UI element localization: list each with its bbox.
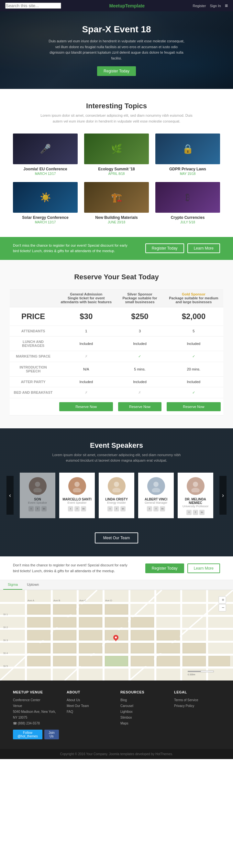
svg-text:Ave D: Ave D [105, 599, 112, 602]
pricing-row-speech: INTRODUCTION SPEECH N/A 5 mins. 20 mins. [10, 362, 223, 376]
bnb-general: ✗ [57, 387, 116, 398]
speaker-social-3: t f in [141, 506, 171, 512]
pricing-row-bnb: BED AND BREAKFAST ✗ ✗ ✓ [10, 387, 223, 398]
speaker-social-2: t f in [102, 506, 131, 512]
hero-cta-button[interactable]: Register Today [97, 66, 136, 76]
search-input[interactable] [5, 3, 61, 9]
twitter-icon-3[interactable]: t [147, 506, 152, 512]
svg-text:−: − [222, 605, 224, 610]
price-general: $30 [57, 307, 116, 326]
facebook-icon-4[interactable]: f [193, 510, 198, 515]
topic-card-1[interactable]: 🌿 Ecology Summit '18 APRIL 8/18 [84, 133, 149, 176]
twitter-icon-2[interactable]: t [108, 506, 113, 512]
svg-rect-46 [28, 630, 50, 640]
facebook-icon-0[interactable]: f [35, 506, 40, 512]
speaker-social-1: t f in [62, 506, 92, 512]
party-general: Included [57, 376, 116, 387]
cta-learn-button[interactable]: Learn More [187, 243, 220, 253]
label-marketing: MARKETING SPACE [10, 351, 57, 362]
topic-date-0: MARCH 12/17 [13, 172, 78, 176]
linkedin-icon-1[interactable]: in [81, 506, 86, 512]
lunch-silver: Included [116, 336, 164, 351]
linkedin-icon-0[interactable]: in [41, 506, 47, 512]
topic-icon-1: 🌿 [111, 144, 122, 154]
plan-desc-general: Single ticket for event attendants with … [60, 296, 112, 304]
signin-link[interactable]: Sign In [210, 4, 221, 8]
cta2-buttons: Register Today Learn More [145, 563, 220, 573]
footer-resource-link-3[interactable]: Slimbox [120, 715, 166, 721]
svg-rect-53 [53, 643, 76, 653]
footer-about-link-0[interactable]: About Us [67, 697, 113, 703]
svg-text:St 1: St 1 [3, 613, 8, 616]
topic-icon-3: ☀️ [40, 192, 51, 203]
speaker-social-0: t f in [23, 506, 52, 512]
speaker-card-2: LINDA CRISTY Energy Insider t f in [99, 473, 134, 518]
svg-rect-54 [79, 643, 102, 653]
twitter-icon-4[interactable]: t [186, 510, 192, 515]
linkedin-icon-2[interactable]: in [120, 506, 125, 512]
map-tab-uptown[interactable]: Uptown [22, 580, 43, 590]
carousel-next-button[interactable]: › [220, 476, 227, 515]
topic-image-5: ₿ [155, 182, 220, 213]
speaker-avatar-2 [108, 477, 125, 495]
hero-section: Spar-X Event 18 Duis autem vel eum iriur… [0, 11, 233, 89]
search-box[interactable] [5, 3, 61, 9]
facebook-icon-2[interactable]: f [114, 506, 119, 512]
cta-banner-text: Don't miss the chance to register for ou… [13, 243, 129, 254]
cta-register-button[interactable]: Register Today [145, 243, 184, 253]
register-link[interactable]: Register [193, 4, 206, 8]
svg-rect-42 [53, 617, 76, 627]
reserve-silver-button[interactable]: Reserve Now [118, 402, 161, 411]
footer-resource-link-0[interactable]: Blog [120, 697, 166, 703]
topic-card-0[interactable]: 🎤 Joomla! EU Conference MARCH 12/17 [13, 133, 78, 176]
lunch-general: Included [57, 336, 116, 351]
facebook-icon-3[interactable]: f [153, 506, 158, 512]
hamburger-icon[interactable]: ≡ [225, 3, 228, 9]
pricing-header-empty [10, 289, 57, 307]
footer-resource-link-1[interactable]: Carousel [120, 703, 166, 709]
topic-date-2: MAY 15/18 [155, 172, 220, 176]
svg-point-1 [33, 488, 42, 492]
linkedin-icon-4[interactable]: in [199, 510, 205, 515]
cta2-learn-button[interactable]: Learn More [187, 563, 220, 573]
bnb-gold: ✓ [164, 387, 223, 398]
reserve-gold-button[interactable]: Reserve Now [167, 402, 221, 411]
map-tab-sigma[interactable]: Sigma [3, 580, 22, 590]
linkedin-icon-3[interactable]: in [160, 506, 165, 512]
speaker-role-3: General Manager [141, 501, 171, 504]
topic-card-3[interactable]: ☀️ Solar Energy Conference MARCH 12/17 [13, 182, 78, 224]
hero-content: Spar-X Event 18 Duis autem vel eum iriur… [49, 24, 184, 76]
footer-about-link-2[interactable]: FAQ [67, 709, 113, 715]
cta2-register-button[interactable]: Register Today [145, 563, 184, 573]
footer-about-link-1[interactable]: Meet Our Team [67, 703, 113, 709]
pricing-row-price: PRICE $30 $250 $2,000 [10, 307, 223, 326]
meet-team-container: Meet Our Team [6, 525, 227, 544]
plan-desc-gold: Package suitable for medium and large bu… [168, 296, 220, 304]
speaker-name-1: MARCELLO SANTI [62, 498, 92, 501]
topics-title: Interesting Topics [13, 102, 220, 110]
hero-title: Spar-X Event 18 [49, 24, 184, 35]
twitter-icon-0[interactable]: t [28, 506, 34, 512]
footer-resource-link-4[interactable]: Maps [120, 721, 166, 726]
topic-card-5[interactable]: ₿ Crypto Currencies JULY 5/18 [155, 182, 220, 224]
svg-rect-58 [183, 643, 205, 653]
topic-card-2[interactable]: 🔒 GDPR Privacy Laws MAY 15/18 [155, 133, 220, 176]
twitter-icon-1[interactable]: t [68, 506, 73, 512]
footer-resource-link-2[interactable]: Lightbox [120, 709, 166, 715]
carousel-prev-button[interactable]: ‹ [6, 476, 13, 515]
reserve-general-button[interactable]: Reserve Now [59, 402, 113, 411]
facebook-icon-1[interactable]: f [75, 506, 80, 512]
speaker-name-3: ALBERT VINCI [141, 498, 171, 501]
footer-legal-link-1[interactable]: Privacy Policy [174, 703, 220, 709]
svg-text:St 5: St 5 [3, 665, 8, 668]
speaker-card-1: MARCELLO SANTI Event Speaker t f in [59, 473, 95, 518]
svg-rect-55 [105, 643, 128, 653]
topic-card-4[interactable]: 🏗️ New Building Materials JUNE 20/18 [84, 182, 149, 224]
svg-text:Ave C: Ave C [79, 599, 86, 602]
footer-twitter-button[interactable]: Follow @hot_themes [13, 730, 42, 739]
label-speech: INTRODUCTION SPEECH [10, 362, 57, 376]
cta2-text: Don't miss the chance to register for ou… [13, 562, 129, 574]
meet-team-button[interactable]: Meet Our Team [95, 532, 138, 544]
footer-legal-link-0[interactable]: Terms of Service [174, 697, 220, 703]
footer-facebook-button[interactable]: Join Us [44, 730, 59, 739]
